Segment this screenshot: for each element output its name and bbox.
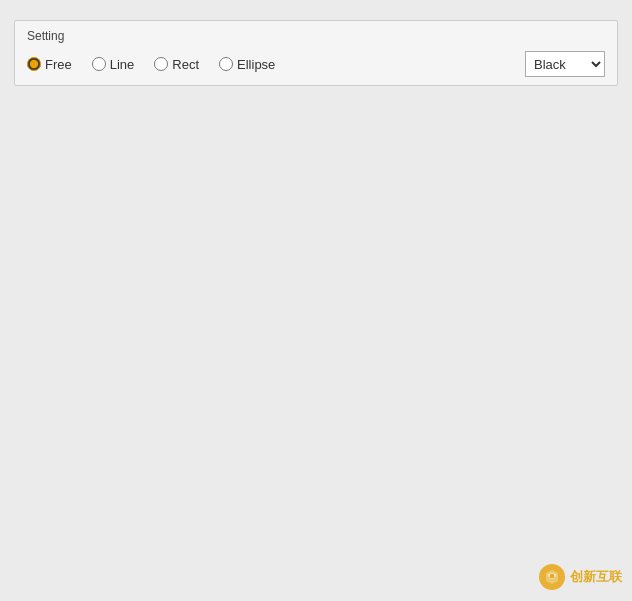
- radio-rect-input[interactable]: [154, 57, 168, 71]
- radio-line-input[interactable]: [92, 57, 106, 71]
- setting-controls: Free Line Rect Ellipse Black Red Green B…: [27, 51, 605, 77]
- watermark-logo-icon: [538, 563, 566, 591]
- setting-panel: Setting Free Line Rect Ellipse Black Red…: [14, 20, 618, 86]
- radio-free-input[interactable]: [27, 57, 41, 71]
- radio-ellipse-input[interactable]: [219, 57, 233, 71]
- radio-free[interactable]: Free: [27, 57, 72, 72]
- color-select[interactable]: Black Red Green Blue White: [525, 51, 605, 77]
- watermark: 创新互联: [538, 563, 622, 591]
- watermark-text: 创新互联: [570, 568, 622, 586]
- radio-ellipse[interactable]: Ellipse: [219, 57, 275, 72]
- setting-title: Setting: [27, 29, 605, 43]
- radio-rect-label: Rect: [172, 57, 199, 72]
- radio-line[interactable]: Line: [92, 57, 135, 72]
- radio-line-label: Line: [110, 57, 135, 72]
- radio-free-label: Free: [45, 57, 72, 72]
- radio-ellipse-label: Ellipse: [237, 57, 275, 72]
- radio-rect[interactable]: Rect: [154, 57, 199, 72]
- svg-point-1: [550, 574, 555, 579]
